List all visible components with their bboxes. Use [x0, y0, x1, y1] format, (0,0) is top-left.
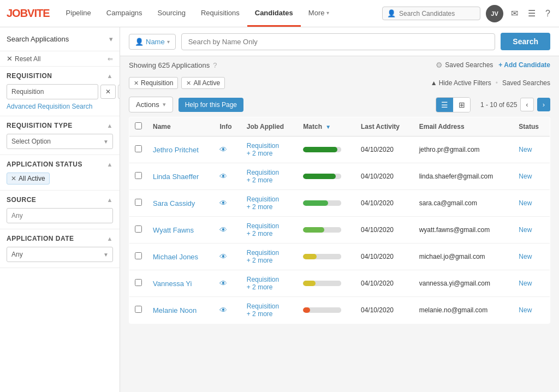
job-applied-link[interactable]: Requisition [247, 302, 279, 310]
sidebar: Search Applications ▾ ✕ Reset All ⇐ Requ… [0, 27, 120, 392]
candidate-name-link[interactable]: Melanie Noon [153, 306, 197, 314]
reset-x-icon[interactable]: ✕ [7, 55, 13, 63]
requisition-filter-tag: ✕ Requisition [129, 77, 178, 89]
hide-active-label: Hide Active Filters [439, 79, 491, 87]
add-candidate-link[interactable]: + Add Candidate [498, 61, 550, 69]
app-date-select[interactable]: Any [7, 247, 113, 262]
job-more-link[interactable]: + 2 more [247, 150, 293, 157]
candidate-name-link[interactable]: Linda Shaeffer [153, 173, 199, 181]
list-icon[interactable]: ☰ [526, 6, 538, 21]
info-eye-icon[interactable]: 👁 [219, 306, 227, 314]
info-eye-icon[interactable]: 👁 [219, 252, 227, 261]
all-active-tag-remove[interactable]: ✕ [11, 175, 16, 182]
row-checkbox[interactable] [135, 225, 142, 233]
job-applied-link[interactable]: Requisition [247, 195, 279, 203]
source-collapse-icon[interactable]: ▲ [107, 197, 113, 203]
nav-tab-more[interactable]: More ▾ [301, 0, 337, 27]
next-page-btn[interactable]: › [537, 98, 550, 111]
nav-tab-candidates[interactable]: Candidates [247, 0, 301, 27]
nav-tab-pipeline[interactable]: Pipeline [58, 0, 99, 27]
select-all-checkbox[interactable] [135, 122, 142, 129]
row-checkbox[interactable] [135, 306, 142, 313]
job-applied-link[interactable]: Requisition [247, 169, 279, 176]
candidate-job-cell: Requisition + 2 more [241, 270, 298, 297]
hide-active-filters-btn[interactable]: ▲ Hide Active Filters [431, 79, 491, 87]
row-checkbox[interactable] [135, 145, 142, 152]
job-more-link[interactable]: + 2 more [247, 230, 293, 237]
job-more-link[interactable]: + 2 more [247, 257, 293, 264]
sidebar-header-right: ▾ [109, 35, 113, 43]
req-type-collapse-icon[interactable]: ▲ [107, 122, 113, 129]
all-active-filter-remove[interactable]: ✕ [186, 80, 191, 87]
more-caret-icon: ▾ [326, 10, 329, 16]
nav-right: 👤 JV ✉ ☰ ? [382, 5, 552, 22]
avatar[interactable]: JV [486, 5, 503, 22]
last-activity-value: 04/10/2020 [361, 253, 394, 260]
req-type-select[interactable]: Select Option [7, 134, 113, 149]
candidate-activity-cell: 04/10/2020 [355, 297, 414, 324]
requisition-collapse-icon[interactable]: ▲ [107, 73, 113, 79]
candidate-match-cell [298, 217, 355, 243]
results-label: Showing 625 Applications [129, 61, 210, 69]
requisition-input[interactable] [7, 84, 98, 99]
info-eye-icon[interactable]: 👁 [219, 279, 227, 288]
actions-dropdown[interactable]: Actions ▾ [129, 97, 173, 112]
advanced-requisition-search-link[interactable]: Advanced Requisition Search [7, 103, 113, 110]
job-more-link[interactable]: + 2 more [247, 310, 293, 318]
candidate-match-cell [298, 243, 355, 270]
match-col-header[interactable]: Match ▼ [298, 117, 355, 136]
job-applied-link[interactable]: Requisition [247, 276, 279, 283]
match-fill [303, 147, 337, 152]
match-bar [303, 281, 341, 286]
help-for-page-btn[interactable]: Help for this Page [179, 98, 243, 112]
candidate-name-link[interactable]: Jethro Pritchet [153, 146, 199, 154]
app-status-collapse-icon[interactable]: ▲ [107, 161, 113, 168]
requisition-clear-btn[interactable]: ✕ [100, 85, 116, 99]
info-eye-icon[interactable]: 👁 [219, 172, 227, 181]
saved-searches-link[interactable]: ⚙ Saved Searches [436, 61, 493, 69]
requisition-tag-remove[interactable]: ✕ [134, 80, 139, 87]
row-checkbox[interactable] [135, 252, 142, 259]
job-more-link[interactable]: + 2 more [247, 176, 293, 184]
app-date-collapse-icon[interactable]: ▲ [107, 235, 113, 242]
candidate-info-cell: 👁 [214, 270, 241, 297]
row-checkbox[interactable] [135, 172, 142, 179]
search-candidates-input[interactable] [399, 10, 475, 17]
table-row: Melanie Noon 👁 Requisition + 2 more 04/1… [129, 297, 550, 324]
info-eye-icon[interactable]: 👁 [219, 145, 227, 154]
mail-icon[interactable]: ✉ [509, 6, 520, 21]
all-active-tag: ✕ All Active [7, 173, 50, 185]
search-name-input[interactable] [181, 33, 496, 50]
candidate-name-link[interactable]: Wyatt Fawns [153, 226, 194, 234]
list-view-btn[interactable]: ☰ [436, 98, 453, 112]
search-button[interactable]: Search [501, 33, 550, 50]
job-more-link[interactable]: + 2 more [247, 283, 293, 291]
job-applied-link[interactable]: Requisition [247, 249, 279, 257]
results-help-icon[interactable]: ? [213, 61, 217, 69]
candidate-name-cell: Vannessa Yi [147, 270, 214, 297]
info-eye-icon[interactable]: 👁 [219, 199, 227, 207]
reset-all-row[interactable]: ✕ Reset All ⇐ [0, 51, 120, 67]
name-filter-btn[interactable]: 👤 Name ▾ [129, 34, 176, 50]
table-row: Sara Cassidy 👁 Requisition + 2 more 04/1… [129, 190, 550, 217]
candidate-name-link[interactable]: Sara Cassidy [153, 199, 195, 207]
chevron-down-icon: ▾ [109, 35, 113, 43]
candidate-name-link[interactable]: Michael Jones [153, 253, 198, 261]
grid-view-btn[interactable]: ⊞ [454, 98, 470, 112]
nav-tab-requisitions[interactable]: Requisitions [193, 0, 247, 27]
job-applied-link[interactable]: Requisition [247, 222, 279, 230]
email-value: vannessa.yi@gmail.com [419, 280, 490, 287]
help-icon[interactable]: ? [543, 7, 552, 21]
row-checkbox[interactable] [135, 279, 142, 286]
candidate-name-link[interactable]: Vannessa Yi [153, 280, 192, 288]
nav-tab-sourcing[interactable]: Sourcing [150, 0, 193, 27]
source-input[interactable] [7, 208, 113, 223]
filter-saved-searches-link[interactable]: Saved Searches [502, 79, 550, 87]
row-checkbox[interactable] [135, 199, 142, 206]
prev-page-btn[interactable]: ‹ [520, 98, 533, 111]
nav-tab-campaigns[interactable]: Campaigns [99, 0, 150, 27]
candidate-info-cell: 👁 [214, 243, 241, 270]
job-applied-link[interactable]: Requisition [247, 142, 279, 150]
job-more-link[interactable]: + 2 more [247, 203, 293, 211]
info-eye-icon[interactable]: 👁 [219, 225, 227, 234]
